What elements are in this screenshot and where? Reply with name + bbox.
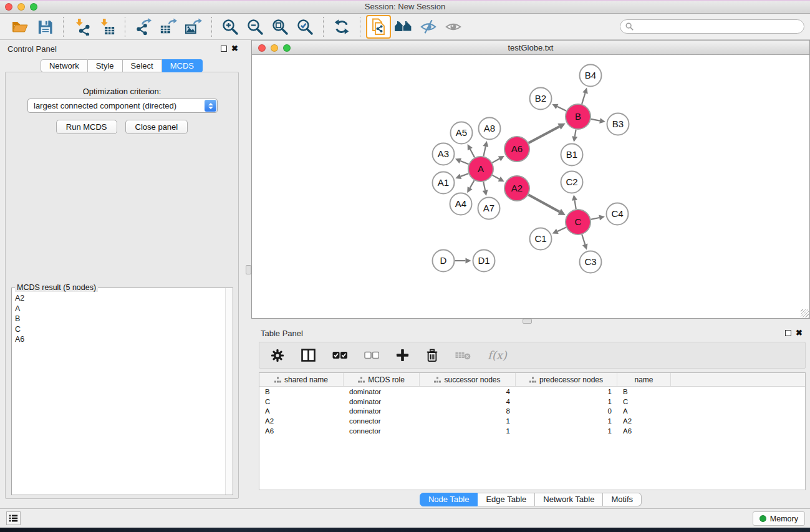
mcds-result-scrollbar[interactable] <box>225 288 233 495</box>
column-header-predecessor-nodes[interactable]: predecessor nodes <box>516 373 617 386</box>
hide-details-button[interactable] <box>416 16 441 38</box>
refresh-button[interactable] <box>329 16 354 38</box>
edge-A-A2[interactable] <box>493 175 499 179</box>
mcds-result-item[interactable]: A <box>15 304 225 314</box>
show-column-panel-button[interactable] <box>301 349 316 362</box>
edge-B-B2[interactable] <box>557 107 567 111</box>
import-table-button[interactable] <box>94 16 119 38</box>
edge-B-B4[interactable] <box>582 93 585 104</box>
save-session-button[interactable] <box>32 16 57 38</box>
edge-C-C1[interactable] <box>557 228 566 231</box>
edge-A2-C[interactable] <box>528 195 559 211</box>
tab-mcds[interactable]: MCDS <box>162 59 203 72</box>
cell-successor-nodes[interactable]: 1 <box>420 417 516 425</box>
resize-grip-icon[interactable] <box>801 309 809 317</box>
export-network-button[interactable] <box>131 16 156 38</box>
cell-predecessor-nodes[interactable]: 1 <box>516 398 617 405</box>
cell-shared-name[interactable]: B <box>259 388 344 395</box>
cell-mcds-role[interactable]: connector <box>344 417 420 425</box>
column-header-mcds-role[interactable]: MCDS role <box>344 373 420 386</box>
table-row[interactable]: A6connector11A6 <box>259 426 805 436</box>
cell-mcds-role[interactable]: connector <box>344 427 420 435</box>
close-panel-button[interactable]: Close panel <box>125 120 188 134</box>
table-row[interactable]: Adominator80A <box>259 407 805 417</box>
run-mcds-button[interactable]: Run MCDS <box>56 120 117 134</box>
cell-predecessor-nodes[interactable]: 0 <box>516 407 617 415</box>
cell-shared-name[interactable]: A2 <box>259 417 344 425</box>
edge-C-C4[interactable] <box>591 218 600 220</box>
search-input[interactable] <box>637 22 799 31</box>
table-row[interactable]: Bdominator41B <box>259 387 805 397</box>
tab-style[interactable]: Style <box>88 59 123 72</box>
search-field[interactable] <box>620 19 804 34</box>
tab-network-table[interactable]: Network Table <box>535 493 603 506</box>
function-builder-button-disabled[interactable]: f(x) <box>488 349 507 362</box>
show-details-button[interactable] <box>441 16 466 38</box>
cell-shared-name[interactable]: A <box>259 407 344 415</box>
tab-network[interactable]: Network <box>41 59 88 72</box>
network-canvas[interactable]: AA1A2A3A4A5A6A7A8BB1B2B3B4CC1C2C3C4DD1 <box>252 55 809 318</box>
create-column-button[interactable] <box>396 349 409 362</box>
select-all-button[interactable] <box>332 351 347 359</box>
column-header-shared-name[interactable]: shared name <box>259 373 344 386</box>
tab-motifs[interactable]: Motifs <box>603 493 642 506</box>
zoom-selected-button[interactable] <box>292 16 317 38</box>
cell-name[interactable]: B <box>617 388 671 395</box>
cell-mcds-role[interactable]: dominator <box>344 407 420 415</box>
edge-A-A4[interactable] <box>470 180 475 188</box>
mcds-result-item[interactable]: A2 <box>15 293 225 304</box>
edge-A-A1[interactable] <box>461 173 469 177</box>
close-table-panel-icon[interactable]: ✖ <box>796 328 803 337</box>
edge-A-A6[interactable] <box>492 158 499 162</box>
optimization-criterion-select[interactable]: largest connected component (directed) <box>27 99 218 113</box>
horizontal-splitter-grip[interactable] <box>523 319 532 324</box>
cell-predecessor-nodes[interactable]: 1 <box>516 427 617 435</box>
open-session-button[interactable] <box>7 16 32 38</box>
delete-column-button-disabled[interactable] <box>455 351 471 360</box>
tab-edge-table[interactable]: Edge Table <box>478 493 535 506</box>
float-table-panel-icon[interactable] <box>785 330 791 336</box>
mcds-result-item[interactable]: C <box>15 324 225 335</box>
cell-successor-nodes[interactable]: 1 <box>420 427 516 435</box>
memory-button[interactable]: Memory <box>753 511 805 526</box>
cell-name[interactable]: A2 <box>617 417 671 425</box>
cell-name[interactable]: A6 <box>617 427 671 435</box>
close-panel-icon[interactable]: ✖ <box>231 44 238 53</box>
export-table-button[interactable] <box>156 16 181 38</box>
edge-B-B3[interactable] <box>591 119 600 121</box>
zoom-fit-button[interactable] <box>268 16 292 38</box>
import-network-button[interactable] <box>69 16 94 38</box>
task-history-button[interactable] <box>6 511 21 525</box>
edge-C-C3[interactable] <box>582 235 585 244</box>
cell-predecessor-nodes[interactable]: 1 <box>516 417 617 425</box>
edge-B-B1[interactable] <box>575 130 576 137</box>
edge-A-A3[interactable] <box>460 161 468 164</box>
float-panel-icon[interactable] <box>221 46 227 52</box>
cell-successor-nodes[interactable]: 4 <box>420 388 516 395</box>
mcds-result-item[interactable]: A6 <box>15 334 225 345</box>
tab-node-table[interactable]: Node Table <box>420 493 478 506</box>
column-header-successor-nodes[interactable]: successor nodes <box>420 373 516 386</box>
mcds-result-item[interactable]: B <box>15 314 225 324</box>
cell-mcds-role[interactable]: dominator <box>344 388 420 395</box>
cell-mcds-role[interactable]: dominator <box>344 398 420 405</box>
vertical-splitter-grip[interactable] <box>246 265 251 274</box>
edge-A-A7[interactable] <box>483 182 485 191</box>
cell-successor-nodes[interactable]: 8 <box>420 407 516 415</box>
cell-name[interactable]: C <box>617 398 671 405</box>
export-image-button[interactable] <box>181 16 206 38</box>
cell-name[interactable]: A <box>617 407 671 415</box>
delete-row-button[interactable] <box>426 349 438 362</box>
table-row[interactable]: A2connector11A2 <box>259 416 805 426</box>
edge-C-C2[interactable] <box>575 200 576 209</box>
edge-A-A8[interactable] <box>483 147 485 157</box>
table-settings-button[interactable] <box>271 349 284 362</box>
edge-A6-B[interactable] <box>529 127 559 143</box>
column-header-name[interactable]: name <box>617 373 671 386</box>
zoom-out-button[interactable] <box>243 16 268 38</box>
cell-predecessor-nodes[interactable]: 1 <box>516 388 617 395</box>
home-button[interactable] <box>391 16 416 38</box>
deselect-all-button[interactable] <box>364 351 379 359</box>
tab-select[interactable]: Select <box>123 59 162 72</box>
table-row[interactable]: Cdominator41C <box>259 397 805 407</box>
